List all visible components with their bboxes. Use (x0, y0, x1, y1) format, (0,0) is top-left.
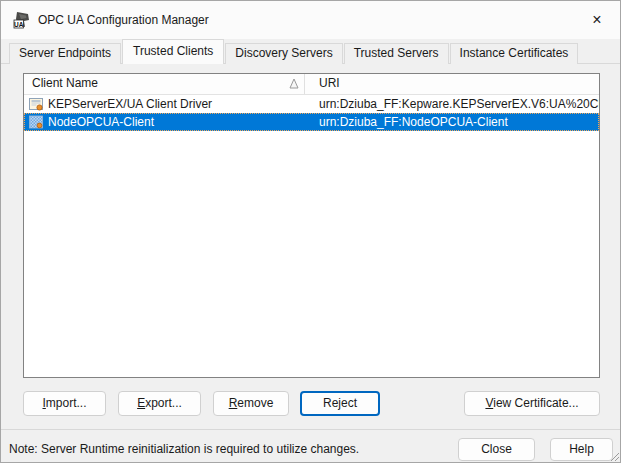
tab-trusted-servers[interactable]: Trusted Servers (344, 43, 449, 64)
import-button[interactable]: Import... (23, 391, 106, 416)
client-uri: urn:Dziuba_FF:Kepware.KEPServerEX.V6:UA%… (304, 95, 599, 113)
tab-discovery-servers[interactable]: Discovery Servers (225, 43, 342, 64)
list-item-kepserverex[interactable]: KEPServerEX/UA Client Driver urn:Dziuba_… (24, 95, 599, 113)
window-title: OPC UA Configuration Manager (38, 13, 209, 27)
sort-ascending-icon (289, 78, 299, 89)
tab-server-endpoints[interactable]: Server Endpoints (9, 43, 121, 64)
column-header-uri-label: URI (319, 76, 340, 90)
list-header: Client Name URI (24, 74, 599, 95)
app-icon-text: UA (14, 21, 24, 28)
reject-button[interactable]: Reject (300, 391, 380, 416)
opc-ua-configuration-manager-dialog: UA OPC UA Configuration Manager × Server… (0, 0, 621, 463)
trusted-clients-list: Client Name URI KEPServerEX/UA Clien (23, 73, 600, 378)
footer-divider (1, 429, 620, 430)
tab-trusted-clients[interactable]: Trusted Clients (122, 39, 224, 64)
app-icon: UA (13, 11, 31, 29)
client-uri: urn:Dziuba_FF:NodeOPCUA-Client (304, 113, 599, 131)
client-name: NodeOPCUA-Client (48, 115, 154, 129)
close-icon: × (592, 11, 601, 29)
view-certificate-button[interactable]: View Certificate... (464, 391, 600, 416)
certificate-icon (29, 97, 43, 111)
runtime-note: Note: Server Runtime reinitialization is… (9, 442, 359, 456)
tab-instance-certificates[interactable]: Instance Certificates (450, 43, 579, 64)
client-name: KEPServerEX/UA Client Driver (48, 97, 212, 111)
list-item-nodeopcua[interactable]: NodeOPCUA-Client urn:Dziuba_FF:NodeOPCUA… (24, 113, 599, 131)
certificate-icon-selected (29, 115, 43, 129)
close-window-button[interactable]: × (574, 1, 620, 39)
column-header-uri[interactable]: URI (305, 74, 599, 94)
titlebar[interactable]: UA OPC UA Configuration Manager × (1, 1, 620, 39)
column-header-client-name[interactable]: Client Name (24, 74, 304, 94)
column-header-client-name-label: Client Name (32, 76, 98, 90)
export-button[interactable]: Export... (118, 391, 201, 416)
help-button[interactable]: Help (550, 438, 613, 461)
close-button[interactable]: Close (458, 438, 535, 461)
tab-bar: Server Endpoints Trusted Clients Discove… (9, 39, 579, 64)
resize-grip[interactable] (609, 451, 619, 461)
remove-button[interactable]: Remove (213, 391, 289, 416)
